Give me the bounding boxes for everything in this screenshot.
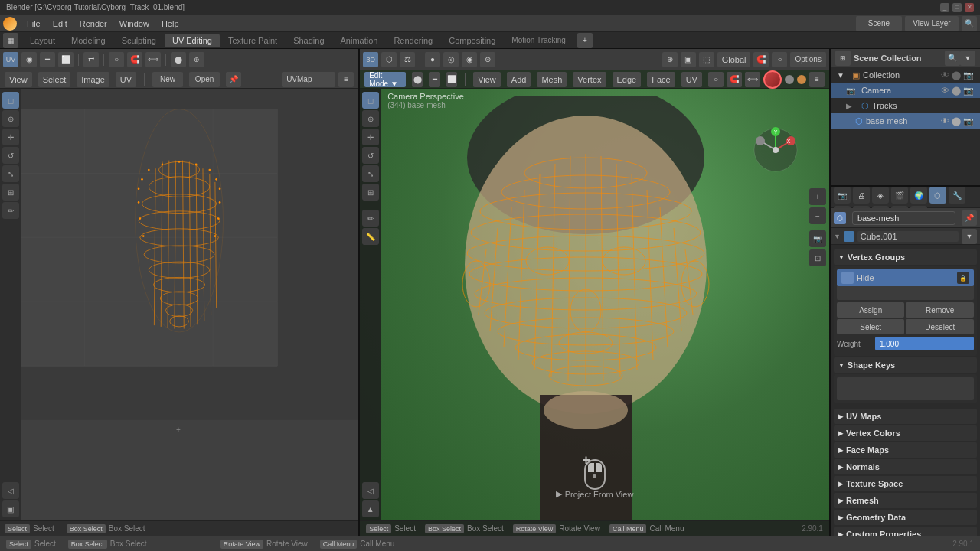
vertex-group-hide[interactable]: Hide 🔒 bbox=[837, 269, 974, 286]
maximize-btn[interactable]: □ bbox=[952, 3, 962, 12]
scene-props-icon[interactable]: 🎬 bbox=[891, 187, 908, 204]
vp-vertex-select[interactable]: ⬤ bbox=[412, 72, 423, 87]
vp-edge-menu[interactable]: Edge bbox=[612, 72, 642, 87]
uv-proportional[interactable]: ○ bbox=[109, 52, 124, 67]
vp-measure-tool[interactable]: 📏 bbox=[362, 228, 379, 245]
menu-window[interactable]: Window bbox=[114, 18, 155, 30]
vg-lock-btn[interactable]: 🔒 bbox=[957, 272, 969, 284]
tab-rendering[interactable]: Rendering bbox=[386, 34, 440, 47]
vp-face-menu[interactable]: Face bbox=[647, 72, 675, 87]
vp-transform-tool[interactable]: ⊞ bbox=[362, 184, 379, 201]
outliner-filter-icon[interactable]: ▼ bbox=[960, 51, 975, 66]
vp-view-shade-material[interactable]: ◉ bbox=[462, 52, 477, 67]
vp-weight-paint[interactable]: ⚖ bbox=[400, 52, 415, 67]
vp-rotate-tool[interactable]: ↺ bbox=[362, 147, 379, 164]
uv-face-mode[interactable]: ⬜ bbox=[58, 52, 74, 67]
vp-edit-mode-selector[interactable]: Edit Mode ▼ bbox=[364, 72, 406, 87]
vp-zoom-out[interactable]: − bbox=[809, 207, 826, 224]
tab-animation[interactable]: Animation bbox=[333, 34, 386, 47]
object-props-icon[interactable]: ⬡ bbox=[929, 187, 946, 204]
editor-type-icon[interactable]: ▦ bbox=[3, 33, 18, 48]
vp-toolbar-toggle[interactable]: ▲ bbox=[362, 500, 379, 517]
vp-cursor-tool[interactable]: ⊕ bbox=[362, 110, 379, 127]
normals-header[interactable]: ▶ Normals bbox=[834, 459, 977, 474]
vp-view-shade-wire[interactable]: ◎ bbox=[443, 52, 459, 67]
world-props-icon[interactable]: 🌍 bbox=[910, 187, 927, 204]
vp-snap-toggle[interactable]: 🧲 bbox=[753, 52, 769, 67]
vp-mirror[interactable]: ⟺ bbox=[745, 72, 760, 87]
mesh-browse[interactable]: ▼ bbox=[962, 229, 977, 244]
uv-editor-mode[interactable]: UV bbox=[3, 52, 18, 67]
weight-field[interactable]: 1.000 bbox=[875, 337, 974, 350]
minimize-btn[interactable]: _ bbox=[940, 3, 949, 12]
uv-image-menu[interactable]: Image bbox=[77, 72, 109, 87]
vp-sidebar-toggle[interactable]: ◁ bbox=[362, 482, 379, 499]
tracks-item[interactable]: ▶ ⬡ Tracks bbox=[831, 98, 980, 113]
window-controls[interactable]: _ □ ✕ bbox=[940, 3, 974, 12]
scene-collection-root[interactable]: ▼ ▣ Collection 👁 ⬤ 📷 bbox=[831, 67, 980, 83]
uv-annotate-tool[interactable]: ✏ bbox=[2, 202, 19, 219]
uv-move-tool[interactable]: ✛ bbox=[2, 129, 19, 145]
vp-proportional[interactable]: ○ bbox=[772, 52, 787, 67]
uv-cursor-tool[interactable]: ⊕ bbox=[2, 110, 19, 127]
tab-texture-paint[interactable]: Texture Paint bbox=[220, 34, 285, 47]
uv-edge-mode[interactable]: ━ bbox=[40, 52, 55, 67]
uv-transform-tool[interactable]: ⊞ bbox=[2, 184, 19, 201]
vp-mesh-menu[interactable]: Mesh bbox=[537, 72, 567, 87]
shape-keys-header[interactable]: ▼ Shape Keys bbox=[834, 357, 977, 373]
face-maps-header[interactable]: ▶ Face Maps bbox=[834, 442, 977, 458]
vp-overlay-toggle[interactable]: ▣ bbox=[681, 52, 696, 67]
render-props-icon[interactable]: 📷 bbox=[834, 187, 851, 204]
vp-move-tool[interactable]: ✛ bbox=[362, 129, 379, 145]
add-workspace-btn[interactable]: + bbox=[577, 33, 593, 48]
tab-shading[interactable]: Shading bbox=[286, 34, 332, 47]
base-mesh-item[interactable]: ⬡ base-mesh 👁 ⬤ 📷 bbox=[831, 113, 980, 129]
output-props-icon[interactable]: 🖨 bbox=[853, 187, 870, 204]
custom-properties-header[interactable]: ▶ Custom Properties bbox=[834, 527, 977, 536]
camera-item[interactable]: 📷 Camera 👁 ⬤ 📷 bbox=[831, 83, 980, 98]
modifier-props-icon[interactable]: 🔧 bbox=[949, 187, 965, 204]
menu-render[interactable]: Render bbox=[74, 18, 113, 30]
vp-camera-view[interactable]: 📷 bbox=[809, 230, 826, 247]
tab-layout[interactable]: Layout bbox=[22, 34, 63, 47]
uv-gizmo[interactable]: ⊕ bbox=[189, 52, 204, 67]
vp-uv-menu[interactable]: UV bbox=[681, 72, 702, 87]
mesh-name[interactable]: Cube.001 bbox=[858, 231, 959, 242]
uv-overlay-toggle[interactable]: ▣ bbox=[2, 500, 19, 517]
vp-view-shade-solid[interactable]: ● bbox=[425, 52, 440, 67]
menu-edit[interactable]: Edit bbox=[47, 18, 73, 30]
uv-sync[interactable]: ⇄ bbox=[83, 52, 99, 67]
vp-view-menu[interactable]: View bbox=[473, 72, 501, 87]
vertex-groups-header[interactable]: ▼ Vertex Groups bbox=[834, 249, 977, 265]
vertex-colors-header[interactable]: ▶ Vertex Colors bbox=[834, 425, 977, 441]
outliner-filter[interactable]: 🔍 bbox=[945, 51, 960, 66]
menu-help[interactable]: Help bbox=[156, 18, 185, 30]
vp-gizmo-toggle[interactable]: ⊕ bbox=[662, 52, 678, 67]
vg-deselect-btn[interactable]: Deselect bbox=[906, 319, 974, 334]
search-btn[interactable]: 🔍 bbox=[962, 16, 977, 31]
uv-snap[interactable]: 🧲 bbox=[127, 52, 142, 67]
view-layer[interactable]: View Layer bbox=[905, 16, 959, 31]
vp-vertex-menu[interactable]: Vertex bbox=[573, 72, 606, 87]
uv-view-menu[interactable]: View bbox=[5, 72, 32, 87]
uv-scale-tool[interactable]: ⤡ bbox=[2, 165, 19, 182]
uvmap-selector[interactable]: UVMap bbox=[282, 72, 335, 87]
vp-annotate-tool[interactable]: ✏ bbox=[362, 210, 379, 227]
vp-xray-toggle[interactable]: ⬚ bbox=[699, 52, 714, 67]
vp-add-menu[interactable]: Add bbox=[507, 72, 531, 87]
uv-sidebar-toggle[interactable]: ◁ bbox=[2, 482, 19, 499]
uv-overlay[interactable]: ⬤ bbox=[171, 52, 186, 67]
vp-zoom-in[interactable]: + bbox=[809, 188, 826, 205]
vp-face-select[interactable]: ⬜ bbox=[446, 72, 458, 87]
view-layer-props-icon[interactable]: ◈ bbox=[872, 187, 889, 204]
vp-select-tool[interactable]: ◻ bbox=[362, 92, 379, 109]
vp-options[interactable]: Options bbox=[790, 52, 825, 67]
vg-remove-btn[interactable]: Remove bbox=[906, 302, 974, 318]
scene-selector[interactable]: Scene bbox=[856, 16, 902, 31]
viewport-canvas[interactable]: ◻ ⊕ ✛ ↺ ⤡ ⊞ ✏ 📏 ◁ ▲ Camera Perspective (… bbox=[360, 89, 829, 520]
axis-gizmo[interactable]: X Y bbox=[753, 127, 791, 165]
texture-space-header[interactable]: ▶ Texture Space bbox=[834, 476, 977, 491]
tab-sculpting[interactable]: Sculpting bbox=[114, 34, 164, 47]
vp-frame-all[interactable]: ⊡ bbox=[809, 249, 826, 266]
uv-rotate-tool[interactable]: ↺ bbox=[2, 147, 19, 164]
